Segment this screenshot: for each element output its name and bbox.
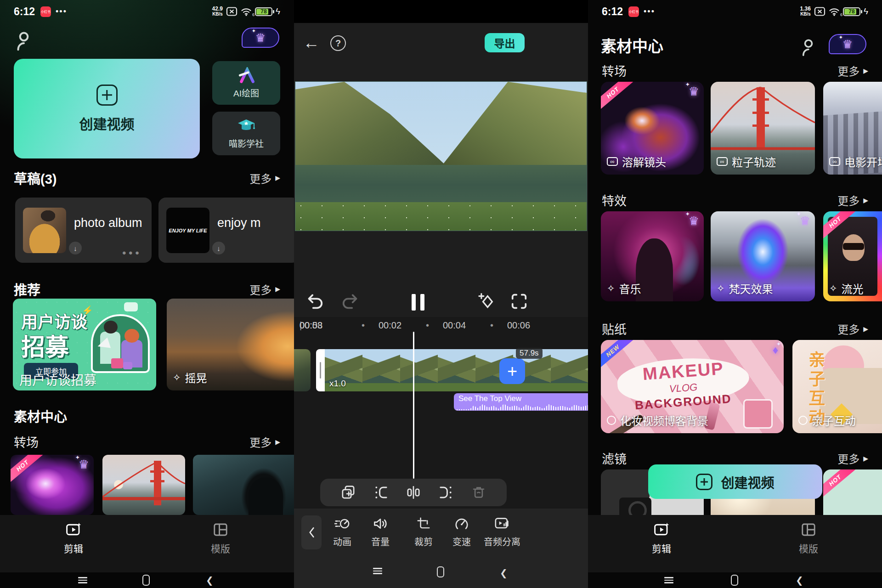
nav-templates-tab[interactable]: 模版 (188, 521, 253, 555)
create-video-button[interactable]: 创建视频 (14, 59, 200, 158)
templates-icon (800, 521, 817, 538)
crop-icon (417, 517, 430, 531)
tool-audio-split[interactable]: 音频分离 (477, 517, 527, 548)
chevron-right-icon: ▶ (863, 197, 868, 204)
transitions-more-button[interactable]: 更多▶ (837, 62, 868, 79)
shake-effect-card[interactable]: ✧摇晃 (167, 299, 294, 390)
back-icon[interactable]: ❮ (206, 575, 214, 586)
recents-icon[interactable] (78, 576, 87, 585)
transition-card[interactable]: ∞粒子轨迹 (711, 82, 815, 175)
effect-card[interactable]: HOT ✧流光 (823, 211, 882, 301)
charging-icon: ϟ (864, 6, 868, 17)
clock: 6:12 (14, 6, 35, 18)
trim-handle[interactable] (316, 349, 325, 391)
redo-icon[interactable] (341, 292, 359, 311)
edit-icon (653, 521, 670, 538)
transition-card[interactable]: HOT ♛✦ (11, 455, 94, 515)
video-preview (295, 82, 587, 231)
back-icon[interactable]: ❮ (500, 567, 508, 578)
effect-card[interactable]: ♛✦ ✧音乐 (601, 211, 704, 301)
transition-card[interactable] (102, 455, 185, 515)
nav-edit-tab[interactable]: 剪辑 (629, 521, 694, 555)
export-button[interactable]: 导出 (485, 33, 525, 52)
wifi-icon: 6 (829, 7, 840, 16)
drafts-more-button[interactable]: 更多▶ (249, 170, 280, 186)
nav-edit-tab[interactable]: 剪辑 (41, 521, 106, 555)
trim-end-icon[interactable] (438, 485, 454, 500)
waveform (457, 402, 588, 410)
keyframe-icon[interactable] (478, 292, 496, 311)
edit-icon (65, 521, 82, 538)
hot-badge: HOT (11, 455, 44, 485)
sticker-card[interactable]: 亲子互动 亲子互动 (792, 340, 882, 433)
recents-icon[interactable] (373, 566, 382, 576)
clip-toolbar (320, 479, 507, 506)
recommend-title: 推荐 (14, 279, 40, 299)
transitions-title: 转场 (14, 433, 39, 451)
hot-badge: HOT (823, 469, 857, 499)
animation-icon (334, 517, 350, 531)
notification-app-icon: 小红书 (628, 6, 639, 17)
profile-icon[interactable] (800, 38, 817, 57)
recents-icon[interactable] (664, 576, 673, 585)
android-nav: ❮ (588, 572, 882, 588)
add-clip-button[interactable]: + (499, 358, 525, 384)
network-speed: 42.9KB/s (212, 6, 223, 17)
user-interview-banner[interactable]: ⚡ 用户访谈 招募 立即参加 用户访谈招募 (13, 299, 156, 390)
audio-title: See The Top View (458, 394, 521, 403)
sticker-icon (607, 416, 616, 425)
draft-card[interactable]: ENJOY MY LIFE enjoy m ↓ (158, 198, 294, 263)
academy-button[interactable]: 喵影学社 (212, 112, 280, 155)
back-arrow-icon[interactable]: ← (303, 33, 320, 52)
status-bar: 6:12 小红书 ••• 1.36KB/s 6 78 ϟ (602, 5, 868, 18)
home-icon[interactable] (731, 575, 738, 586)
playhead[interactable] (413, 332, 414, 479)
ai-drawing-button[interactable]: AI绘图 (212, 61, 280, 105)
create-video-floating-button[interactable]: 创建视频 (648, 464, 822, 499)
transition-card[interactable]: HOT ♛✦ ∞溶解镜头 (601, 82, 704, 175)
stickers-more-button[interactable]: 更多▶ (837, 321, 868, 337)
transition-card[interactable]: ∞电影开场 (823, 82, 882, 175)
duplicate-icon[interactable] (340, 485, 356, 500)
sticker-card[interactable]: MAKEUP VLOG BACKGROUND NEW ♦✦ 化妆视频博客背景 (601, 340, 784, 433)
undo-icon[interactable] (306, 292, 324, 311)
draft-card[interactable]: photo album ↓ ●●● (15, 198, 152, 263)
charging-icon: ϟ (276, 6, 280, 17)
transitions-title: 转场 (602, 62, 627, 79)
filters-more-button[interactable]: 更多▶ (837, 450, 868, 466)
membership-crown-badge[interactable]: ♛✦ (242, 28, 279, 48)
download-icon[interactable]: ↓ (69, 242, 82, 254)
help-icon[interactable]: ? (330, 35, 346, 51)
hot-badge: HOT (601, 82, 634, 112)
home-icon[interactable] (142, 575, 150, 586)
nav-templates-tab[interactable]: 模版 (776, 521, 841, 555)
crown-icon: ♛✦ (79, 458, 89, 472)
battery-icon: 78 (255, 7, 272, 16)
split-icon[interactable] (406, 485, 421, 500)
transition-card[interactable] (193, 455, 294, 515)
effect-card[interactable]: ♛✦ ✧梵天效果 (711, 211, 815, 301)
status-bar: 6:12 小红书 ••• 42.9KB/s 6 78 ϟ (14, 5, 280, 18)
membership-crown-badge[interactable]: ♛✦ (829, 34, 866, 54)
transition-icon: ∞ (829, 157, 840, 166)
home-icon[interactable] (437, 566, 444, 577)
transitions-more-button[interactable]: 更多▶ (249, 434, 280, 450)
effects-more-button[interactable]: 更多▶ (837, 192, 868, 208)
recommend-more-button[interactable]: 更多▶ (249, 281, 280, 297)
profile-icon[interactable] (15, 30, 33, 51)
fullscreen-icon[interactable] (510, 292, 528, 311)
previous-clip[interactable] (294, 349, 311, 391)
android-nav: ❮ (294, 558, 588, 588)
delete-icon[interactable] (471, 485, 486, 500)
crown-icon: ♛✦ (689, 85, 699, 99)
trim-start-icon[interactable] (373, 485, 389, 500)
pause-button[interactable] (410, 294, 426, 311)
audio-clip[interactable]: See The Top View (454, 393, 588, 411)
draft-menu-icon[interactable]: ●●● (122, 249, 141, 256)
filters-title: 滤镜 (602, 449, 627, 467)
download-icon[interactable]: ↓ (212, 242, 225, 254)
sparkle-icon: ✧ (717, 283, 725, 294)
back-icon[interactable]: ❮ (796, 575, 803, 586)
video-clip[interactable] (325, 349, 588, 391)
clock: 6:12 (602, 6, 623, 18)
